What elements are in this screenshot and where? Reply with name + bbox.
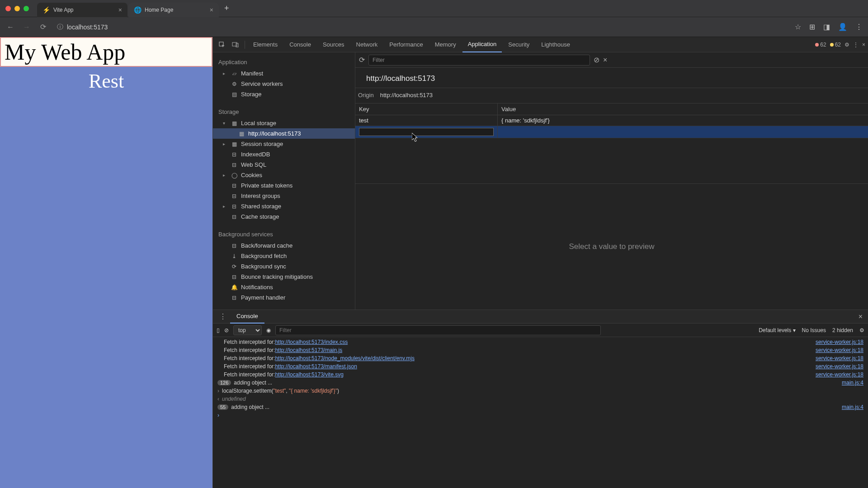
forward-button[interactable]: → xyxy=(22,23,32,31)
sidebar-item-manifest[interactable]: ▸▱Manifest xyxy=(213,68,355,79)
bookmark-icon[interactable]: ☆ xyxy=(795,23,801,31)
hidden-count[interactable]: 2 hidden xyxy=(832,327,853,333)
cell-key-edit[interactable] xyxy=(355,126,498,138)
more-icon[interactable]: ⋮ xyxy=(853,42,859,48)
tab-sources[interactable]: Sources xyxy=(317,37,350,52)
browser-toolbar: ← → ⟳ ⓘ localhost:5173 ☆ ⊞ ◨ 👤 ⋮ xyxy=(0,17,868,37)
column-key[interactable]: Key xyxy=(355,103,498,115)
tab-elements[interactable]: Elements xyxy=(248,37,283,52)
tab-title: Vite App xyxy=(53,7,73,13)
console-filter-input[interactable] xyxy=(275,325,601,335)
sidebar-item-local-storage[interactable]: ▾▦Local storage xyxy=(213,118,355,128)
devtools-tabbar: Elements Console Sources Network Perform… xyxy=(213,37,868,52)
context-select[interactable]: top xyxy=(233,325,262,335)
sidebar-item-websql[interactable]: ⊟Web SQL xyxy=(213,160,355,170)
console-log-line[interactable]: Fetch intercepted for: http://localhost:… xyxy=(213,354,868,362)
storage-filter-input[interactable] xyxy=(368,55,590,66)
sidebar-item-private-state-tokens[interactable]: ⊟Private state tokens xyxy=(213,180,355,191)
sidebar-toggle-icon[interactable]: ▯ xyxy=(217,327,220,333)
browser-tab[interactable]: 🌐 Home Page × xyxy=(128,3,219,17)
sidebar-item-bgfetch[interactable]: ⤓Background fetch xyxy=(213,251,355,261)
cookie-icon: ◯ xyxy=(231,172,237,178)
sidebar-item-notifications[interactable]: 🔔Notifications xyxy=(213,282,355,292)
sidebar-item-service-workers[interactable]: ⚙Service workers xyxy=(213,79,355,89)
close-tab-icon[interactable]: × xyxy=(210,6,213,14)
tab-security[interactable]: Security xyxy=(503,37,535,52)
address-bar[interactable]: ⓘ localhost:5173 xyxy=(57,23,108,31)
sidebar-item-cookies[interactable]: ▸◯Cookies xyxy=(213,170,355,180)
tab-console[interactable]: Console xyxy=(284,37,316,52)
sidebar-item-session-storage[interactable]: ▸▦Session storage xyxy=(213,139,355,149)
console-prompt[interactable]: › xyxy=(213,411,868,419)
tab-network[interactable]: Network xyxy=(351,37,383,52)
console-log-area[interactable]: Fetch intercepted for: http://localhost:… xyxy=(213,337,868,488)
clear-icon[interactable]: ⊘ xyxy=(594,56,599,64)
browser-tabs: ⚡ Vite App × 🌐 Home Page × + xyxy=(37,0,234,17)
menu-icon[interactable]: ⋮ xyxy=(855,23,863,31)
bounce-icon: ⊟ xyxy=(231,274,237,280)
device-toolbar-icon[interactable] xyxy=(229,38,242,51)
sidebar-item-indexeddb[interactable]: ⊟IndexedDB xyxy=(213,149,355,160)
refresh-icon[interactable]: ⟳ xyxy=(359,56,365,64)
sidebar-item-storage[interactable]: ▤Storage xyxy=(213,89,355,99)
storage-filter-row: ⟳ ⊘ × xyxy=(355,52,868,68)
new-key-input[interactable] xyxy=(359,128,494,136)
console-log-line[interactable]: Fetch intercepted for: http://localhost:… xyxy=(213,362,868,371)
profile-icon[interactable]: 👤 xyxy=(838,23,847,31)
sidebar-item-cache-storage[interactable]: ⊟Cache storage xyxy=(213,211,355,222)
clear-console-icon[interactable]: ⊘ xyxy=(224,327,229,333)
console-log-line[interactable]: Fetch intercepted for: http://localhost:… xyxy=(213,346,868,354)
back-button[interactable]: ← xyxy=(5,23,15,31)
maximize-window-button[interactable] xyxy=(24,6,29,11)
table-row[interactable]: test { name: 'sdkfjldsjf'} xyxy=(355,115,868,126)
delete-icon[interactable]: × xyxy=(603,56,607,64)
console-drawer-tab[interactable]: Console xyxy=(230,310,264,324)
inspect-element-icon[interactable] xyxy=(216,38,228,51)
sidepanel-icon[interactable]: ◨ xyxy=(823,23,830,31)
minimize-window-button[interactable] xyxy=(14,6,20,11)
sidebar-item-bounce[interactable]: ⊟Bounce tracking mitigations xyxy=(213,272,355,282)
console-settings-icon[interactable]: ⚙ xyxy=(859,327,864,333)
sidebar-item-payment[interactable]: ⊟Payment handler xyxy=(213,292,355,303)
warning-badge[interactable]: 62 xyxy=(830,42,841,48)
console-log-line[interactable]: 126adding object ...main.js:4 xyxy=(213,379,868,387)
console-log-line[interactable]: 55adding object ...main.js:4 xyxy=(213,403,868,411)
table-row-new[interactable] xyxy=(355,126,868,138)
levels-dropdown[interactable]: Default levels ▾ xyxy=(759,327,795,333)
sidebar-item-bfcache[interactable]: ⊟Back/forward cache xyxy=(213,240,355,251)
close-window-button[interactable] xyxy=(5,6,11,11)
close-drawer-icon[interactable]: × xyxy=(856,313,865,321)
sidebar-item-interest-groups[interactable]: ⊟Interest groups xyxy=(213,191,355,201)
console-log-line[interactable]: ‹undefined xyxy=(213,395,868,403)
tab-performance[interactable]: Performance xyxy=(384,37,428,52)
separator xyxy=(245,41,245,49)
application-panel: Application ▸▱Manifest ⚙Service workers … xyxy=(213,52,868,310)
console-log-line[interactable]: Fetch intercepted for: http://localhost:… xyxy=(213,338,868,346)
console-log-line[interactable]: ›localStorage.setItem("test", "{ name: '… xyxy=(213,387,868,395)
cell-key[interactable]: test xyxy=(355,115,498,126)
column-value[interactable]: Value xyxy=(498,103,868,115)
console-log-line[interactable]: Fetch intercepted for: http://localhost:… xyxy=(213,371,868,379)
issues-label[interactable]: No Issues xyxy=(802,327,826,333)
extensions-icon[interactable]: ⊞ xyxy=(809,23,815,31)
sidebar-item-bgsync[interactable]: ⟳Background sync xyxy=(213,261,355,272)
browser-tab-active[interactable]: ⚡ Vite App × xyxy=(37,3,127,17)
eye-icon[interactable]: ◉ xyxy=(266,327,271,333)
cell-value[interactable]: { name: 'sdkfjldsjf'} xyxy=(498,115,868,126)
sidebar-item-local-storage-origin[interactable]: ▦http://localhost:5173 xyxy=(213,128,355,139)
drawer-menu-icon[interactable]: ⋮ xyxy=(216,312,230,321)
tab-lighthouse[interactable]: Lighthouse xyxy=(536,37,576,52)
devtools-panel: Elements Console Sources Network Perform… xyxy=(212,37,868,488)
sidebar-item-shared-storage[interactable]: ▸⊟Shared storage xyxy=(213,201,355,211)
error-badge[interactable]: 62 xyxy=(815,42,826,48)
new-tab-button[interactable]: + xyxy=(220,4,234,13)
tab-memory[interactable]: Memory xyxy=(429,37,462,52)
tab-application[interactable]: Application xyxy=(462,37,502,52)
close-tab-icon[interactable]: × xyxy=(118,6,122,14)
settings-icon[interactable]: ⚙ xyxy=(844,42,849,48)
close-devtools-icon[interactable]: × xyxy=(862,42,865,48)
application-sidebar[interactable]: Application ▸▱Manifest ⚙Service workers … xyxy=(213,52,355,310)
reload-button[interactable]: ⟳ xyxy=(38,23,48,31)
cell-value-edit[interactable] xyxy=(498,126,868,138)
site-info-icon[interactable]: ⓘ xyxy=(57,23,63,31)
